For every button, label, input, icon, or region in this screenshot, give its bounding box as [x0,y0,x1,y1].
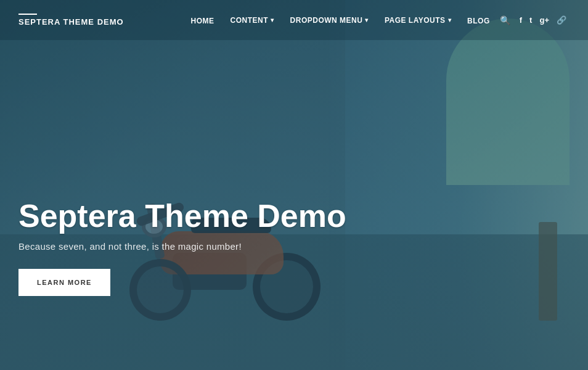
navbar: SEPTERA THEME DEMO HOME CONTENT DROPDOWN… [0,0,588,40]
nav-link-content[interactable]: CONTENT [224,11,280,30]
nav-item-page-layouts[interactable]: PAGE LAYOUTS [378,11,457,30]
nav-links: HOME CONTENT DROPDOWN MENU PAGE LAYOUTS … [185,11,496,30]
nav-item-content[interactable]: CONTENT [224,11,280,30]
hero-title: Septera Theme Demo [18,199,346,234]
nav-item-home[interactable]: HOME [185,15,221,26]
logo-line [18,14,37,15]
nav-social: f t g+ 🔗 [517,12,570,28]
nav-link-home[interactable]: HOME [185,12,221,30]
twitter-icon[interactable]: t [526,12,535,28]
learn-more-button[interactable]: LEARN MORE [18,269,110,296]
nav-link-blog[interactable]: BLOG [461,12,496,30]
logo-title: SEPTERA THEME DEMO [18,17,124,27]
link-icon[interactable]: 🔗 [553,12,570,28]
site-logo[interactable]: SEPTERA THEME DEMO [18,14,124,27]
teal-overlay [0,0,588,370]
hero-content: Septera Theme Demo Because seven, and no… [18,199,346,296]
hero-subtitle: Because seven, and not three, is the mag… [18,241,346,252]
nav-link-page-layouts[interactable]: PAGE LAYOUTS [378,11,457,30]
hero-section: SEPTERA THEME DEMO HOME CONTENT DROPDOWN… [0,0,588,370]
nav-item-dropdown-menu[interactable]: DROPDOWN MENU [284,11,375,30]
search-icon[interactable]: 🔍 [496,10,514,30]
facebook-icon[interactable]: f [517,12,525,28]
nav-link-dropdown-menu[interactable]: DROPDOWN MENU [284,11,375,30]
google-plus-icon[interactable]: g+ [536,12,552,28]
nav-item-blog[interactable]: BLOG [461,15,496,26]
